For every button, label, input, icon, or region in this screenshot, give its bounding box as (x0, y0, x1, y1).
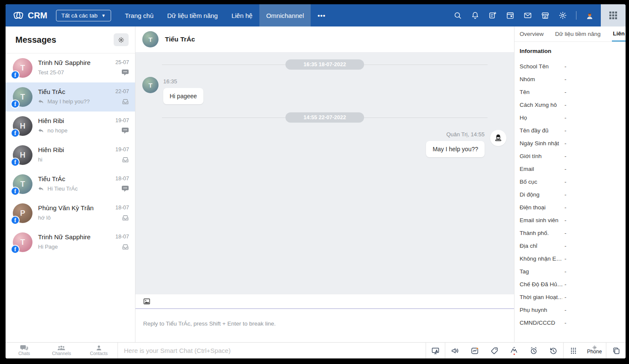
field-value[interactable]: - (562, 307, 567, 313)
field-label: Email (520, 166, 562, 172)
nav-tab-leads[interactable]: Dữ liệu tiềm năng (160, 4, 224, 26)
incoming-message: T 16:35 Hi pageee (135, 73, 514, 108)
field-value[interactable]: - (562, 89, 567, 95)
conversation-date: 18-07 (115, 205, 129, 211)
marketplace-icon[interactable] (541, 11, 550, 20)
field-value[interactable]: - (562, 255, 567, 262)
conversation-item[interactable]: P f Phùng Văn Kỳ Trân hớ lô 18-07 (6, 199, 135, 228)
conversation-item[interactable]: T f Tiểu TrÁc May I help you?? 22-07 (6, 82, 135, 112)
facebook-badge-icon: f (11, 216, 20, 225)
field-value[interactable]: - (562, 140, 567, 147)
field-label: Phụ huynh (520, 307, 562, 313)
field-value[interactable]: - (562, 243, 567, 249)
dialpad-icon[interactable] (563, 343, 583, 358)
bottom-tab-contacts[interactable]: Contacts (80, 343, 118, 358)
field-label: Bố cục (520, 179, 562, 185)
conversation-item[interactable]: T f Trinh Nữ Sapphire Test 25-07 25-07 (6, 53, 135, 82)
notifications-icon[interactable] (471, 11, 479, 20)
field-label: Họ (520, 114, 562, 121)
info-field-row: Email sinh viên - (520, 214, 626, 226)
attach-image-icon[interactable] (143, 298, 150, 305)
alarm-icon[interactable] (524, 343, 544, 358)
channels-icon (57, 345, 65, 351)
field-value[interactable]: - (562, 217, 567, 223)
panel-tab-contacts[interactable]: Liên (612, 26, 626, 41)
field-value[interactable]: - (562, 320, 567, 326)
field-value[interactable]: - (562, 76, 567, 82)
settings-icon[interactable] (558, 11, 567, 20)
inbox-tray-icon (122, 98, 129, 105)
analytics-icon[interactable] (465, 343, 485, 358)
smart-chat-input[interactable] (118, 347, 426, 354)
calendar-icon[interactable] (506, 11, 514, 20)
field-value[interactable]: - (562, 166, 567, 172)
conversation-item[interactable]: T f Trinh Nữ Sapphire Hi Page 18-07 (6, 228, 135, 257)
chat-message-area[interactable]: 16:35 18-07-2022 T 16:35 Hi pageee14:55 … (135, 52, 514, 294)
field-label: Di động (520, 191, 562, 198)
copy-icon[interactable] (606, 343, 626, 358)
conversation-snippet: Test 25-07 (38, 69, 110, 76)
bottom-tab-channels[interactable]: Channels (43, 343, 80, 358)
field-label: Email sinh viên (520, 217, 562, 223)
conversation-item[interactable]: H f Hiên Ribi no hope 19-07 (6, 112, 135, 141)
chat-bubble-icon (121, 185, 129, 192)
crm-brand[interactable]: CRM (6, 10, 56, 21)
user-avatar[interactable] (585, 11, 594, 20)
zia-icon[interactable] (504, 343, 524, 358)
history-icon[interactable] (544, 343, 563, 358)
field-label: Thời gian Hoạt… (520, 294, 562, 300)
field-value[interactable]: - (562, 294, 567, 300)
field-value[interactable]: - (562, 204, 567, 211)
conversation-snippet: no hope (38, 127, 110, 134)
field-value[interactable]: - (562, 230, 567, 236)
panel-tab-overview[interactable]: Overview (520, 26, 544, 41)
nav-tab-home[interactable]: Trang chủ (118, 4, 160, 26)
conversation-name: Tiểu TrÁc (38, 175, 110, 182)
field-value[interactable]: - (562, 268, 567, 275)
apps-grid-button[interactable] (601, 4, 626, 26)
avatar: H f (13, 145, 32, 165)
field-value[interactable]: - (562, 191, 567, 198)
field-value[interactable]: - (562, 179, 567, 185)
contact-info-panel: OverviewDữ liệu tiềm năngLiên Informatio… (514, 26, 626, 342)
info-field-row: Tag - (520, 265, 626, 278)
all-tabs-dropdown[interactable]: Tất cả các tab ▼ (56, 10, 112, 21)
chat-contact-avatar[interactable]: T (142, 31, 159, 47)
mail-icon[interactable] (523, 11, 532, 20)
field-value[interactable]: - (562, 127, 567, 134)
conversation-snippet: hi (38, 156, 110, 163)
tag-icon[interactable] (485, 343, 504, 358)
messages-settings-button[interactable] (114, 33, 129, 46)
bottom-tab-chats[interactable]: Chats (6, 343, 43, 358)
conversation-date: 19-07 (115, 147, 129, 153)
phone-label: Phone (587, 349, 602, 355)
nav-tab-contacts[interactable]: Liên hệ (225, 4, 259, 26)
chats-icon (20, 345, 28, 351)
reply-input[interactable]: Reply to Tiểu TrÁc, press Shift + Enter … (135, 309, 514, 342)
compose-icon[interactable] (488, 11, 497, 20)
chat-bubble-icon (121, 69, 129, 76)
field-value[interactable]: - (562, 102, 567, 108)
nav-tab-more[interactable]: ••• (311, 4, 332, 26)
conversation-date: 18-07 (115, 176, 129, 182)
conversation-item[interactable]: H f Hiên Ribi hi 19-07 (6, 141, 135, 170)
field-value[interactable]: - (562, 114, 567, 121)
phone-button[interactable]: Phone (583, 343, 606, 358)
conversation-name: Hiên Ribi (38, 146, 110, 153)
messages-title: Messages (15, 35, 56, 45)
screen-share-icon[interactable] (426, 343, 445, 358)
conversation-date: 18-07 (115, 234, 129, 240)
field-value[interactable]: - (562, 63, 567, 70)
panel-tab-leads[interactable]: Dữ liệu tiềm năng (555, 26, 601, 41)
nav-tab-omnichannel[interactable]: Omnichannel (259, 4, 311, 26)
conversation-date: 19-07 (115, 117, 129, 123)
facebook-badge-icon: f (11, 158, 20, 167)
announcement-icon[interactable] (445, 343, 465, 358)
conversation-item[interactable]: T f Tiểu TrÁc Hi Tieu TrÁc 18-07 (6, 170, 135, 199)
field-label: Chế Độ Đã Hủ… (520, 281, 562, 288)
field-value[interactable]: - (562, 281, 567, 288)
field-value[interactable]: - (562, 153, 567, 159)
apps-grid-icon (608, 11, 618, 20)
info-field-row: Tên đầy đủ - (520, 124, 626, 137)
search-icon[interactable] (453, 11, 462, 20)
